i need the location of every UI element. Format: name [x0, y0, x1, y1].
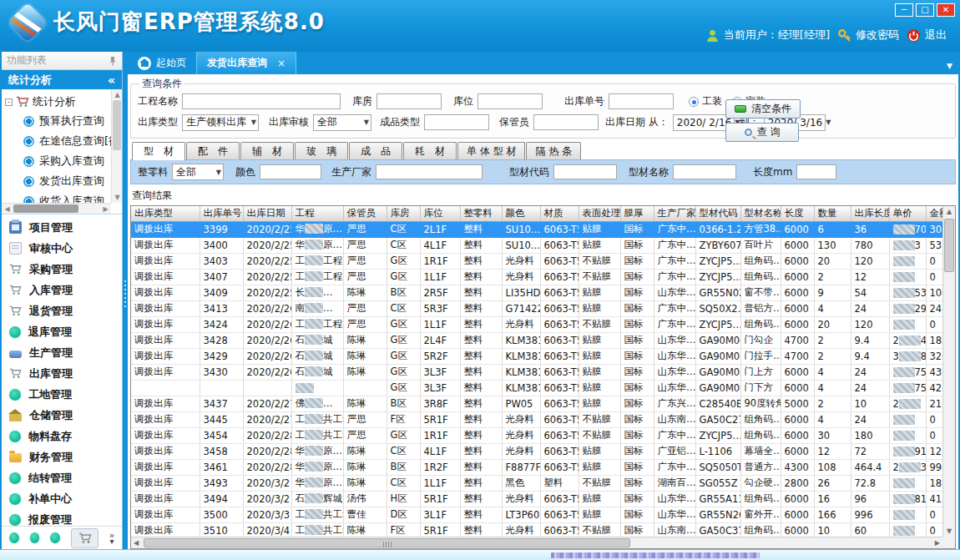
- grid-column-header[interactable]: 金额: [926, 206, 942, 221]
- radio-gongzhuang[interactable]: 工装: [689, 94, 722, 108]
- material-tab[interactable]: 配 件: [186, 142, 240, 159]
- pin-icon[interactable]: [109, 56, 117, 66]
- grid-hscroll-thumb[interactable]: [144, 538, 630, 547]
- warehouse-input[interactable]: [376, 93, 442, 109]
- length-input[interactable]: [796, 164, 836, 179]
- sidebar-module-补单中心[interactable]: 补单中心: [2, 488, 122, 509]
- table-row[interactable]: 调拨出库34242020/2/26工工程严思G区1L1F整料光身料6063-T5…: [131, 316, 942, 332]
- material-tab[interactable]: 隔 热 条: [526, 142, 581, 159]
- table-row[interactable]: 调拨出库34072020/2/25工工程严思G区1L1F整料光身料6063-T5…: [131, 269, 942, 285]
- collapse-panel-icon[interactable]: «: [108, 73, 115, 87]
- scroll-up-icon[interactable]: ▲: [947, 208, 952, 215]
- scroll-right-icon[interactable]: ▶: [100, 204, 111, 214]
- tab-overflow-icon[interactable]: ▼: [947, 62, 952, 70]
- grid-column-header[interactable]: 膜厚: [620, 206, 654, 221]
- tree-hscroll-thumb[interactable]: [13, 204, 78, 213]
- grid-column-header[interactable]: 表面处理: [579, 206, 620, 221]
- grid-column-header[interactable]: 生产厂家: [654, 206, 695, 221]
- grid-column-header[interactable]: 出库长度: [851, 206, 889, 221]
- search-button[interactable]: 查 询: [725, 123, 799, 142]
- scroll-up-icon[interactable]: ▲: [112, 89, 122, 100]
- tree-vertical-scrollbar[interactable]: ▲ ▼: [111, 89, 122, 203]
- stats-panel-header[interactable]: 统计分析 «: [2, 70, 122, 89]
- grid-column-header[interactable]: 保管员: [343, 206, 387, 221]
- table-row[interactable]: 调拨出库34282020/2/26石城陈琳G区2L4F整料KLM38176063…: [131, 332, 942, 348]
- grid-column-header[interactable]: 长度: [781, 206, 814, 221]
- sidebar-module-审核中心[interactable]: 审核中心: [2, 238, 122, 259]
- sidebar-module-财务管理[interactable]: 财务管理: [2, 446, 122, 467]
- table-row[interactable]: 调拨出库34132020/2/26南…严思C区5R3F整料G714226063-…: [131, 300, 942, 316]
- grid-column-header[interactable]: 整零料: [460, 206, 502, 221]
- scroll-right-icon[interactable]: ▶: [935, 539, 940, 547]
- product-type-input[interactable]: [424, 114, 489, 130]
- minimize-button[interactable]: ─: [895, 3, 913, 17]
- scroll-left-icon[interactable]: ◀: [2, 204, 13, 214]
- grid-column-header[interactable]: 颜色: [502, 206, 540, 221]
- grid-column-header[interactable]: 库位: [420, 206, 460, 221]
- audit-select[interactable]: 全部▼: [313, 114, 371, 131]
- table-row[interactable]: 调拨出库34292020/2/26石城陈琳G区5R2F整料KLM38176063…: [131, 348, 942, 364]
- table-row[interactable]: 调拨出库34542020/2/28工共工程严思G区1R1F整料光身料6063-T…: [131, 427, 942, 443]
- project-name-input[interactable]: [182, 93, 341, 109]
- table-row[interactable]: 调拨出库33992020/2/25华原…严思C区2L1F整料SU10…6063-…: [131, 221, 942, 237]
- tree-item[interactable]: 在途信息查询[待: [5, 131, 112, 151]
- color-input[interactable]: [260, 164, 321, 179]
- logout-button[interactable]: 退出: [907, 28, 947, 43]
- table-row[interactable]: 调拨出库34092020/2/25长…陈琳B区2R5F整料LI35HD6063-…: [131, 285, 942, 300]
- table-row[interactable]: 调拨出库34372020/2/27佛…陈琳B区3R8F整料PW056063-T5…: [131, 396, 942, 411]
- table-row[interactable]: G区3L3F整料KLM38176063-T5贴膜国标山东华…GA90M09…门下…: [131, 380, 942, 396]
- tree-expander-icon[interactable]: -: [5, 98, 13, 106]
- tree-item[interactable]: 预算执行查询: [5, 111, 112, 131]
- tree-root-stats[interactable]: -统计分析: [5, 93, 112, 111]
- whole-part-select[interactable]: 全部▼: [172, 164, 224, 180]
- close-button[interactable]: ✕: [937, 3, 955, 17]
- table-row[interactable]: 调拨出库34612020/2/28华原…陈琳B区1R2F整料F8877FT606…: [131, 459, 942, 475]
- scroll-left-icon[interactable]: ◀: [134, 539, 139, 547]
- tab-home[interactable]: 起始页: [128, 52, 196, 74]
- sidebar-module-退货管理[interactable]: 退货管理: [2, 300, 122, 321]
- grid-column-header[interactable]: 型材名称: [740, 206, 781, 221]
- sidebar-module-退库管理[interactable]: 退库管理: [2, 321, 122, 342]
- cart-module-button[interactable]: [71, 528, 99, 548]
- scroll-down-icon[interactable]: ▼: [947, 527, 952, 535]
- sidebar-module-结转管理[interactable]: 结转管理: [2, 467, 122, 488]
- table-row[interactable]: 调拨出库34452020/2/27工共工程严思F区5R1F整料光身料6063-T…: [131, 411, 942, 427]
- sidebar-module-出库管理[interactable]: 出库管理: [2, 363, 122, 384]
- clear-conditions-button[interactable]: 清空条件: [725, 99, 801, 119]
- tree-horizontal-scrollbar[interactable]: ◀ ▶: [2, 203, 111, 214]
- change-password-button[interactable]: 修改密码: [837, 28, 899, 43]
- tree-item[interactable]: 采购入库查询: [5, 151, 112, 171]
- table-row[interactable]: 调拨出库34302020/2/26石城陈琳G区3L3F整料KLM38176063…: [131, 364, 942, 380]
- sidebar-module-入库管理[interactable]: 入库管理: [2, 280, 122, 300]
- material-tab[interactable]: 辅 材: [240, 142, 294, 159]
- sidebar-module-项目管理[interactable]: 项目管理: [2, 217, 122, 238]
- grid-horizontal-scrollbar[interactable]: ◀ ▶: [131, 537, 942, 548]
- tree-item[interactable]: 发货出库查询: [5, 171, 112, 191]
- sidebar-module-仓储管理[interactable]: 仓储管理: [2, 405, 122, 426]
- keeper-input[interactable]: [533, 114, 599, 130]
- grid-column-header[interactable]: 库房: [387, 206, 420, 221]
- more-modules-button[interactable]: »▾: [109, 532, 114, 544]
- module-dot-icon[interactable]: [50, 532, 60, 543]
- grid-vscroll-thumb[interactable]: [944, 219, 954, 272]
- close-tab-icon[interactable]: ×: [277, 58, 285, 69]
- grid-column-header[interactable]: 数量: [814, 206, 851, 221]
- tab-shipment-query[interactable]: 发货出库查询 ×: [196, 52, 296, 74]
- manufacturer-input[interactable]: [376, 164, 483, 179]
- sidebar-splitter[interactable]: [123, 52, 128, 549]
- sidebar-module-生产管理[interactable]: 生产管理: [2, 342, 122, 363]
- order-no-input[interactable]: [609, 93, 674, 109]
- sidebar-module-采购管理[interactable]: 采购管理: [2, 259, 122, 280]
- location-input[interactable]: [477, 93, 543, 109]
- grid-column-header[interactable]: 单价: [889, 206, 926, 221]
- profile-code-input[interactable]: [553, 164, 617, 179]
- grid-column-header[interactable]: 出库单号: [200, 206, 243, 221]
- sidebar-module-物料盘存[interactable]: 物料盘存: [2, 426, 122, 446]
- table-row[interactable]: 调拨出库35102020/3/4工共工程陈琳F区5R1F整料光身料6063-T5…: [131, 522, 942, 537]
- scroll-down-icon[interactable]: ▼: [112, 192, 122, 203]
- grid-column-header[interactable]: 材质: [540, 206, 579, 221]
- table-row[interactable]: 调拨出库34032020/2/25工工程严思G区1R1F整料光身料6063-T5…: [131, 253, 942, 269]
- table-row[interactable]: 调拨出库34002020/2/25华原…严思C区4L1F整料SU10…6063-…: [131, 237, 942, 253]
- grid-column-header[interactable]: 出库类型: [131, 206, 200, 221]
- grid-vertical-scrollbar[interactable]: ▲ ▼: [942, 206, 955, 537]
